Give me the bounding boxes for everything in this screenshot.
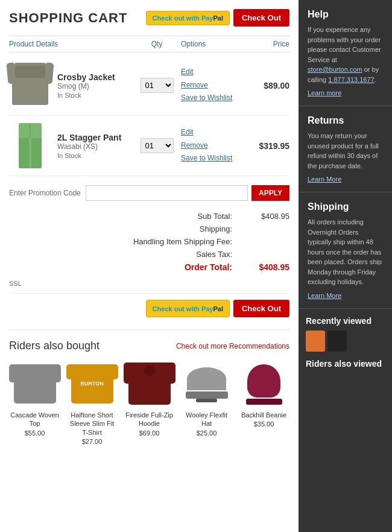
item-options-1: Edit Remove Save to Wishlist: [181, 66, 241, 105]
qty-select-2[interactable]: 01 02 03: [141, 138, 174, 153]
ssl-text: SSL: [9, 280, 289, 287]
rec-name-3: Fireside Full-Zip Hoodie: [124, 411, 175, 428]
order-total-value: $408.95: [241, 262, 289, 272]
item-name-1: Crosby Jacket: [57, 72, 133, 82]
sidebar-help-email[interactable]: store@burton.com: [308, 66, 362, 73]
sidebar-returns-title: Returns: [308, 115, 383, 126]
sidebar-shipping: Shipping All orders including Overnight …: [299, 192, 392, 309]
sidebar: Help If you experience any problems with…: [299, 0, 392, 532]
remove-link-2[interactable]: Remove: [181, 139, 241, 153]
item-variant-2: Wasabi (XS): [57, 142, 133, 151]
recs-items: Cascade Woven Top $55.00 BURTON Halftone…: [9, 359, 289, 445]
item-price-2: $319.95: [241, 141, 289, 151]
item-image-2: [9, 123, 51, 168]
recommendations-section: Riders also bought Check out more Recomm…: [9, 329, 289, 445]
promo-input[interactable]: [86, 185, 248, 201]
col-price-header: Price: [241, 40, 289, 48]
save-wishlist-link-2[interactable]: Save to Wishlist: [181, 152, 241, 165]
item-variant-1: Smog (M): [57, 82, 133, 90]
rec-img-4: [183, 359, 231, 408]
totals-section: Sub Total: $408.95 Shipping: Handling It…: [9, 210, 289, 274]
item-info-1: Crosby Jacket Smog (M) In Stock: [57, 72, 133, 99]
item-image-1: [9, 63, 51, 108]
recently-viewed-section: Recently viewed: [299, 309, 392, 359]
checkout-button-bottom[interactable]: Check Out: [233, 300, 289, 317]
shipping-label: Shipping:: [121, 224, 241, 233]
sidebar-shipping-learn-more[interactable]: Learn More: [308, 292, 383, 299]
tax-row: Sales Tax:: [9, 248, 289, 261]
item-stock-2: In Stock: [57, 152, 133, 159]
rec-name-4: Wooley Flexfit Hat: [181, 411, 232, 428]
tax-label: Sales Tax:: [121, 250, 241, 259]
qty-select-1[interactable]: 01 02 03: [141, 78, 174, 93]
page-title: SHOPPING CART: [9, 10, 127, 26]
sidebar-help-title: Help: [308, 9, 383, 20]
item-options-2: Edit Remove Save to Wishlist: [181, 126, 241, 165]
cart-item-1: Crosby Jacket Smog (M) In Stock 01 02 03…: [9, 55, 289, 116]
riders-viewed-section: Riders also viewed: [299, 359, 392, 382]
promo-label: Enter Promotion Code: [9, 189, 81, 197]
recs-header: Riders also bought Check out more Recomm…: [9, 340, 289, 352]
rec-price-2: $27.00: [66, 438, 118, 445]
rec-price-5: $35.00: [238, 420, 289, 428]
item-info-2: 2L Stagger Pant Wasabi (XS) In Stock: [57, 133, 133, 159]
remove-link-1[interactable]: Remove: [181, 79, 241, 92]
rec-price-3: $69.00: [124, 429, 175, 437]
edit-link-1[interactable]: Edit: [181, 66, 241, 79]
rec-name-5: Backhill Beanie: [238, 411, 289, 419]
rec-img-1: [11, 359, 59, 408]
checkout-button[interactable]: Check Out: [233, 9, 289, 27]
save-wishlist-link-1[interactable]: Save to Wishlist: [181, 92, 241, 105]
recently-viewed-title: Recently viewed: [306, 316, 385, 326]
sidebar-help-learn-more[interactable]: Learn more: [308, 89, 383, 97]
rec-item-5[interactable]: Backhill Beanie $35.00: [238, 359, 289, 445]
order-total-label: Order Total:: [121, 262, 241, 272]
bottom-checkout: Check out with PayPal Check Out: [9, 293, 289, 323]
item-name-2: 2L Stagger Pant: [57, 133, 133, 142]
sidebar-shipping-text: All orders including Overnight Orders ty…: [308, 217, 383, 287]
paypal-checkout-button[interactable]: Check out with PayPal: [146, 11, 230, 25]
handling-value: [241, 237, 289, 246]
col-qty-header: Qty: [133, 40, 181, 48]
subtotal-label: Sub Total:: [121, 212, 241, 221]
rec-name-1: Cascade Woven Top: [9, 411, 60, 428]
table-header: Product Details Qty Options Price: [9, 36, 289, 52]
sidebar-help-text: If you experience any problems with your…: [308, 25, 383, 84]
rec-img-5: [240, 359, 288, 408]
rv-item-1[interactable]: [306, 331, 325, 352]
col-product-header: Product Details: [9, 40, 133, 48]
rec-name-2: Halftone Short Sleeve Slim Fit T-Shirt: [66, 411, 118, 437]
recs-more-link[interactable]: Check out more Recommendations: [176, 342, 289, 350]
rv-item-2[interactable]: [327, 331, 347, 352]
paypal-checkout-button-bottom[interactable]: Check out with PayPal: [146, 300, 230, 317]
sidebar-help: Help If you experience any problems with…: [299, 0, 392, 106]
paypal-label: Check out with: [153, 14, 201, 22]
rec-item-4[interactable]: Wooley Flexfit Hat $25.00: [181, 359, 232, 445]
header-buttons: Check out with PayPal Check Out: [146, 9, 289, 27]
cart-item-2: 2L Stagger Pant Wasabi (XS) In Stock 01 …: [9, 116, 289, 176]
shipping-row: Shipping:: [9, 223, 289, 235]
tax-value: [241, 250, 289, 259]
sidebar-returns-learn-more[interactable]: Learn More: [308, 176, 383, 183]
rec-item-3[interactable]: Fireside Full-Zip Hoodie $69.00: [124, 359, 175, 445]
shipping-value: [241, 224, 289, 233]
handling-row: Handling Item Shipping Fee:: [9, 235, 289, 248]
riders-viewed-title: Riders also viewed: [306, 359, 385, 369]
rec-price-1: $55.00: [9, 429, 60, 437]
cart-header: SHOPPING CART Check out with PayPal Chec…: [9, 9, 289, 27]
order-total-row: Order Total: $408.95: [9, 261, 289, 274]
rec-img-2: BURTON: [68, 359, 116, 408]
subtotal-row: Sub Total: $408.95: [9, 210, 289, 223]
sidebar-help-phone[interactable]: 1.877.313.1677: [328, 76, 374, 83]
apply-button[interactable]: APPLY: [251, 185, 289, 201]
sidebar-returns: Returns You may return your unused produ…: [299, 106, 392, 192]
rec-item-1[interactable]: Cascade Woven Top $55.00: [9, 359, 60, 445]
rec-item-2[interactable]: BURTON Halftone Short Sleeve Slim Fit T-…: [66, 359, 118, 445]
edit-link-2[interactable]: Edit: [181, 126, 241, 139]
col-options-header: Options: [181, 40, 241, 48]
sidebar-returns-text: You may return your unused product for a…: [308, 131, 383, 171]
rec-price-4: $25.00: [181, 429, 232, 437]
handling-label: Handling Item Shipping Fee:: [121, 237, 241, 246]
qty-wrapper-1: 01 02 03: [133, 78, 181, 93]
qty-wrapper-2: 01 02 03: [133, 138, 181, 153]
